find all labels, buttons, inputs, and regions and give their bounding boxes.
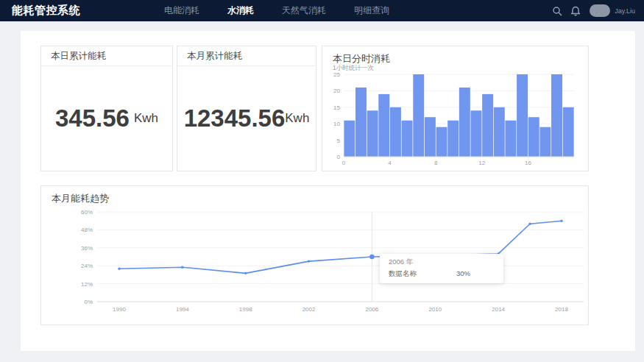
svg-text:0%: 0% [84, 299, 93, 305]
nav-item-gas[interactable]: 天然气消耗 [268, 0, 340, 21]
svg-text:36%: 36% [81, 245, 93, 252]
nav-item-water[interactable]: 水消耗 [213, 0, 268, 21]
svg-text:0: 0 [337, 154, 341, 160]
monthly-card-body: 12345.56 Kwh [177, 66, 316, 171]
tooltip-series-label: 数据名称 [389, 269, 456, 279]
chart-tooltip: 2006 年 数据名称 30% [380, 254, 503, 283]
daily-energy-card: 本日累计能耗 345.56 Kwh [40, 46, 173, 171]
svg-text:20: 20 [333, 88, 340, 94]
svg-text:16: 16 [525, 160, 531, 166]
avatar[interactable] [590, 4, 610, 17]
monthly-energy-card: 本月累计能耗 12345.56 Kwh [177, 46, 316, 171]
trend-line-chart[interactable]: 0%12%24%36%48%60%19901994199820022006201… [41, 186, 590, 326]
svg-text:2002: 2002 [302, 306, 316, 313]
svg-text:48%: 48% [81, 227, 93, 233]
svg-text:2014: 2014 [492, 306, 505, 313]
daily-card-body: 345.56 Kwh [41, 66, 172, 171]
svg-text:1998: 1998 [239, 306, 252, 313]
svg-text:24%: 24% [81, 263, 93, 269]
svg-text:12: 12 [478, 160, 485, 166]
svg-text:2006: 2006 [366, 306, 379, 313]
hourly-consumption-card: 本日分时消耗 1小时统计一次 05101520250481216 [322, 46, 589, 171]
svg-text:10: 10 [333, 121, 340, 127]
svg-text:2010: 2010 [428, 306, 442, 313]
svg-text:60%: 60% [81, 209, 93, 216]
monthly-energy-unit: Kwh [285, 111, 309, 126]
monthly-trend-card: 本月能耗趋势 0%12%24%36%48%60%1990199419982002… [40, 185, 589, 325]
svg-text:0: 0 [342, 160, 346, 166]
monthly-card-header: 本月累计能耗 [177, 46, 316, 66]
hourly-bar-chart[interactable]: 05101520250481216 [322, 46, 590, 172]
svg-text:12%: 12% [81, 281, 93, 288]
svg-text:8: 8 [434, 160, 438, 166]
app-title: 能耗管控系统 [12, 4, 80, 18]
monthly-energy-value: 12345.56 [184, 104, 286, 132]
daily-energy-unit: Kwh [134, 111, 158, 126]
search-icon[interactable] [552, 6, 562, 16]
svg-text:1990: 1990 [113, 306, 126, 313]
svg-text:1994: 1994 [176, 306, 189, 313]
tooltip-value: 30% [456, 269, 470, 279]
user-name: Jay.Liu [615, 7, 635, 15]
nav-right-group: Jay.Liu [544, 4, 644, 17]
main-menu: 电能消耗 水消耗 天然气消耗 明细查询 [150, 0, 403, 21]
top-navbar: 能耗管控系统 电能消耗 水消耗 天然气消耗 明细查询 Jay.Liu [0, 0, 644, 21]
svg-text:25: 25 [333, 71, 340, 78]
svg-text:2018: 2018 [555, 306, 568, 313]
daily-card-title: 本日累计能耗 [51, 50, 106, 63]
content-panel: 本日累计能耗 345.56 Kwh 本月累计能耗 12345.56 Kwh 本日… [21, 31, 635, 351]
daily-energy-value: 345.56 [55, 104, 130, 132]
svg-text:5: 5 [337, 138, 341, 144]
daily-card-header: 本日累计能耗 [41, 46, 172, 66]
svg-text:15: 15 [333, 104, 340, 111]
bell-icon[interactable] [570, 6, 581, 16]
nav-item-detail-query[interactable]: 明细查询 [340, 0, 403, 21]
svg-text:4: 4 [388, 160, 392, 166]
tooltip-year: 2006 年 [389, 258, 495, 267]
nav-item-electricity[interactable]: 电能消耗 [150, 0, 213, 21]
monthly-card-title: 本月累计能耗 [187, 50, 242, 63]
